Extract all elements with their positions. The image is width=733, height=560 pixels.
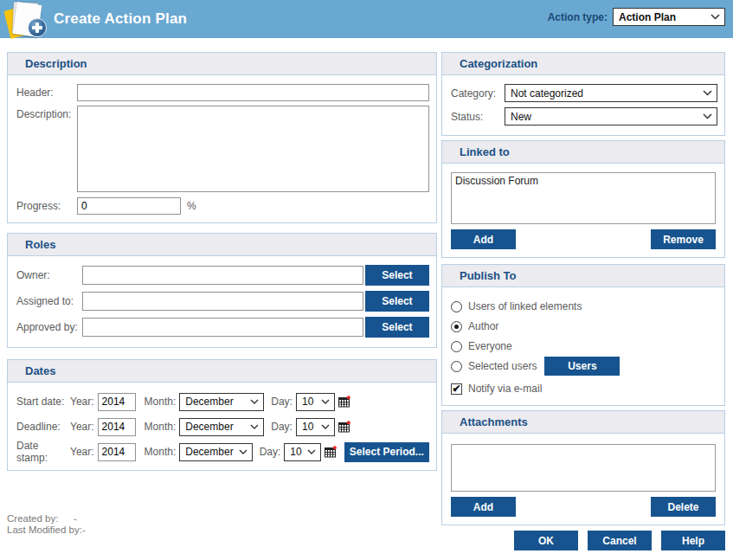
publish-to-section: Publish To Users of linked elements Auth… — [441, 264, 725, 406]
date-stamp-month-select[interactable]: December — [179, 443, 252, 461]
category-select[interactable]: Not categorized — [505, 84, 717, 102]
description-label: Description: — [16, 106, 77, 120]
start-date-year-input[interactable] — [98, 393, 136, 411]
date-stamp-year-input[interactable] — [98, 443, 136, 461]
radio-label: Everyone — [468, 340, 512, 352]
help-button[interactable]: Help — [661, 531, 725, 550]
description-section-title: Description — [25, 57, 87, 70]
dates-section: Dates Start date: Year: Month: December … — [7, 359, 437, 471]
date-stamp-month-value: December — [185, 446, 233, 458]
date-stamp-row: Date stamp: Year: Month: December Day: 1… — [16, 441, 429, 462]
day-label: Day: — [260, 446, 281, 458]
linked-to-remove-button[interactable]: Remove — [651, 229, 716, 249]
chevron-down-icon — [250, 424, 259, 429]
approved-by-input[interactable] — [82, 318, 363, 337]
date-stamp-day-select[interactable]: 10 — [284, 443, 320, 461]
linked-to-section-title: Linked to — [460, 145, 510, 158]
publish-to-section-header: Publish To — [442, 265, 724, 287]
select-period-button[interactable]: Select Period... — [344, 442, 429, 462]
radio-selected-users[interactable] — [451, 361, 462, 372]
radio-author[interactable] — [451, 321, 462, 332]
chevron-down-icon — [250, 399, 259, 404]
audit-info: Created by:- Last Modified by:- — [7, 513, 86, 536]
approved-by-label: Approved by: — [16, 321, 82, 333]
cancel-button[interactable]: Cancel — [588, 531, 652, 550]
created-by-value: - — [74, 513, 77, 524]
attachments-delete-button[interactable]: Delete — [651, 497, 716, 517]
linked-to-section-header: Linked to — [442, 141, 724, 164]
status-select[interactable]: New — [505, 107, 717, 126]
radio-label: Selected users — [468, 360, 537, 372]
calendar-icon[interactable] — [338, 396, 351, 408]
radio-users-of-linked-elements[interactable] — [451, 301, 462, 312]
chevron-down-icon — [239, 449, 248, 454]
users-button[interactable]: Users — [544, 357, 620, 376]
chevron-down-icon — [710, 14, 720, 20]
header-input[interactable] — [77, 84, 429, 101]
notify-checkbox[interactable] — [451, 383, 462, 395]
owner-label: Owner: — [16, 269, 82, 281]
approved-by-select-button[interactable]: Select — [365, 317, 429, 338]
deadline-month-value: December — [185, 421, 233, 433]
attachments-section: Attachments Add Delete — [441, 410, 725, 525]
chevron-down-icon — [307, 449, 316, 454]
last-modified-label: Last Modified by: — [7, 525, 82, 535]
calendar-icon[interactable] — [338, 421, 351, 433]
action-type-value: Action Plan — [619, 11, 676, 23]
month-label: Month: — [145, 446, 177, 458]
publish-to-section-title: Publish To — [460, 269, 516, 282]
year-label: Year: — [70, 421, 94, 433]
action-type-label: Action type: — [548, 11, 608, 23]
assigned-to-input[interactable] — [82, 292, 363, 311]
owner-select-button[interactable]: Select — [365, 265, 429, 286]
plus-badge-icon — [28, 18, 47, 37]
last-modified-value: - — [82, 525, 86, 535]
assigned-to-select-button[interactable]: Select — [365, 291, 429, 312]
roles-section-title: Roles — [25, 238, 55, 251]
attachments-add-button[interactable]: Add — [451, 497, 516, 517]
owner-row: Owner: Select — [16, 265, 429, 286]
progress-input[interactable] — [77, 197, 181, 215]
description-textarea[interactable] — [77, 106, 429, 192]
dates-section-header: Dates — [8, 360, 436, 383]
status-value: New — [511, 111, 531, 123]
start-date-row: Start date: Year: Month: December Day: 1… — [16, 391, 429, 412]
notify-label: Notify via e-mail — [468, 383, 542, 395]
linked-to-list-item[interactable]: Discussion Forum — [452, 173, 715, 189]
start-date-month-value: December — [185, 396, 233, 408]
create-action-plan-window: Create Action Plan Action type: Action P… — [0, 0, 733, 560]
linked-to-listbox[interactable]: Discussion Forum — [451, 172, 716, 224]
deadline-year-input[interactable] — [98, 418, 136, 436]
day-label: Day: — [271, 421, 293, 433]
month-label: Month: — [145, 396, 177, 408]
start-date-month-select[interactable]: December — [179, 393, 264, 411]
year-label: Year: — [70, 446, 94, 458]
start-date-label: Start date: — [16, 396, 70, 408]
assigned-to-label: Assigned to: — [16, 295, 82, 307]
start-date-day-select[interactable]: 10 — [296, 393, 335, 411]
document-add-icon — [2, 1, 48, 38]
calendar-icon[interactable] — [325, 446, 338, 458]
category-label: Category: — [451, 87, 505, 100]
attachments-listbox[interactable] — [451, 444, 716, 492]
dates-section-title: Dates — [25, 364, 55, 377]
deadline-day-select[interactable]: 10 — [296, 418, 335, 436]
linked-to-add-button[interactable]: Add — [451, 229, 516, 249]
year-label: Year: — [70, 396, 94, 408]
title-bar: Create Action Plan Action type: Action P… — [0, 0, 733, 38]
action-type-select[interactable]: Action Plan — [613, 8, 725, 26]
created-by-label: Created by: — [7, 513, 74, 525]
chevron-down-icon — [703, 90, 712, 96]
publish-option-selected-users: Selected users Users — [451, 359, 717, 373]
radio-everyone[interactable] — [451, 341, 462, 352]
attachments-section-title: Attachments — [460, 415, 528, 428]
roles-section: Roles Owner: Select Assigned to: Select … — [7, 233, 437, 348]
start-date-day-value: 10 — [302, 396, 313, 408]
date-stamp-label: Date stamp: — [16, 440, 70, 464]
owner-input[interactable] — [82, 266, 363, 285]
ok-button[interactable]: OK — [514, 531, 578, 550]
attachments-section-header: Attachments — [442, 411, 724, 434]
deadline-month-select[interactable]: December — [179, 418, 264, 436]
page-title: Create Action Plan — [54, 10, 187, 28]
deadline-row: Deadline: Year: Month: December Day: 10 — [16, 416, 429, 437]
